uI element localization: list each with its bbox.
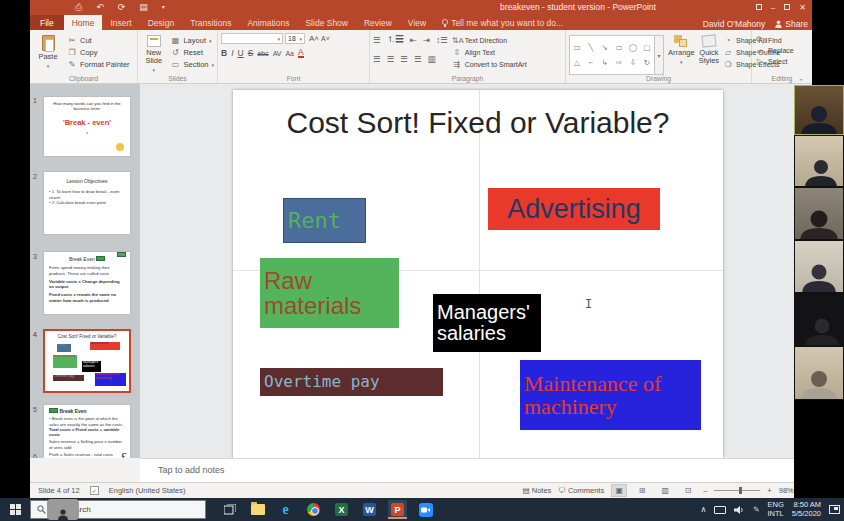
reading-view-icon[interactable]: ▥ <box>657 484 673 497</box>
shrink-font-icon[interactable]: A˅ <box>321 35 330 42</box>
taskbar-search-box[interactable]: e to search <box>30 500 206 519</box>
strikethrough-button[interactable]: S <box>248 48 254 58</box>
ribbon-display-options-icon[interactable] <box>756 3 762 12</box>
section-button[interactable]: ▭Section ▾ <box>170 60 214 69</box>
justify-icon[interactable]: ☰ <box>414 54 422 64</box>
participant-video[interactable] <box>794 135 844 187</box>
action-center-icon[interactable] <box>829 505 840 514</box>
notes-pane[interactable]: Tap to add notes <box>140 458 812 482</box>
arrange-button[interactable]: Arrange ▾ <box>668 33 695 73</box>
cost-box-rent[interactable]: Rent <box>283 198 366 243</box>
freeform-shape-icon[interactable]: ↻ <box>644 58 650 67</box>
rectangle-shape-icon[interactable]: ▭ <box>615 43 622 52</box>
cost-box-overtime-pay[interactable]: Overtime pay <box>260 368 443 396</box>
replace-button[interactable]: abReplace <box>755 47 794 54</box>
slideshow-view-icon[interactable]: ⊡ <box>680 484 696 497</box>
thumbnail-slide-5[interactable]: Break Even • Break even is the point at … <box>43 404 131 458</box>
tray-expand-icon[interactable]: ∧ <box>700 505 706 514</box>
zoom-level[interactable]: 98% <box>779 486 794 495</box>
cost-box-managers-salaries[interactable]: Managers' salaries <box>433 294 541 352</box>
columns-icon[interactable]: ▥ <box>428 54 436 64</box>
zoom-slider-thumb[interactable] <box>739 487 742 494</box>
spellcheck-icon[interactable]: ✓ <box>90 486 99 495</box>
shapes-gallery-more-icon[interactable]: ▾ <box>655 35 664 75</box>
right-arrow-shape-icon[interactable]: ⇨ <box>616 58 622 67</box>
rounded-rect-shape-icon[interactable]: ▢ <box>643 43 650 52</box>
undo-icon[interactable]: ↶ <box>96 0 104 15</box>
file-explorer-button[interactable] <box>248 500 267 519</box>
layout-button[interactable]: ▦Layout ▾ <box>170 36 214 45</box>
slide-sorter-view-icon[interactable]: ⊞ <box>634 484 650 497</box>
ink-workspace-icon[interactable]: ✎ <box>753 505 759 514</box>
normal-view-icon[interactable]: ▣ <box>611 484 627 497</box>
slide-thumbnail-panel[interactable]: 1 How many words can you find in the bus… <box>30 84 140 458</box>
participant-video-active-speaker[interactable] <box>794 85 844 135</box>
participant-video[interactable] <box>794 293 844 346</box>
zoom-in-icon[interactable]: + <box>767 486 771 495</box>
cut-button[interactable]: ✂Cut <box>67 36 130 45</box>
speaker-icon[interactable] <box>734 505 745 515</box>
comments-toggle-button[interactable]: 🗩 Comments <box>558 486 604 495</box>
underline-button[interactable]: U <box>238 48 244 58</box>
tab-home[interactable]: Home <box>64 15 103 30</box>
tab-file[interactable]: File <box>30 15 64 30</box>
excel-button[interactable]: X <box>332 500 351 519</box>
tab-animations[interactable]: Animations <box>239 15 297 30</box>
close-button[interactable]: ✕ <box>799 3 806 12</box>
line-spacing-icon[interactable]: ↕☰ <box>436 35 448 45</box>
font-size-combo[interactable]: 18▾ <box>285 33 305 44</box>
thumbnail-slide-3[interactable]: Break Even Firms spend money making thei… <box>43 251 131 315</box>
bullets-icon[interactable]: ☰ <box>373 35 381 45</box>
tab-review[interactable]: Review <box>356 15 400 30</box>
start-button[interactable] <box>0 498 30 521</box>
thumbnail-slide-1[interactable]: How many words can you find in the busin… <box>43 96 131 157</box>
shapes-gallery[interactable]: ▭ ╲ ↘ ▭ ◯ ▢ △ ⌐ ↳ ⇨ ⇩ ↻ <box>569 35 655 75</box>
reset-button[interactable]: ↺Reset <box>170 48 214 57</box>
word-button[interactable]: W <box>360 500 379 519</box>
share-button[interactable]: Share <box>775 19 808 29</box>
italic-button[interactable]: I <box>231 48 233 58</box>
convert-smartart-button[interactable]: ⇶Convert to SmartArt <box>452 60 527 69</box>
start-slideshow-icon[interactable]: ▤ <box>139 0 148 15</box>
elbow-arrow-shape-icon[interactable]: ↳ <box>602 58 608 67</box>
align-left-icon[interactable]: ☰ <box>373 54 381 64</box>
subscript-button[interactable]: abc <box>257 50 268 57</box>
align-text-button[interactable]: ⇳Align Text <box>452 48 527 57</box>
change-case-button[interactable]: Aa <box>285 50 294 57</box>
participant-video[interactable] <box>794 240 844 293</box>
paste-button[interactable]: Paste ▾ <box>33 33 63 73</box>
bold-button[interactable]: B <box>221 48 227 58</box>
text-direction-button[interactable]: ⇅AText Direction <box>452 36 527 45</box>
cost-box-advertising[interactable]: Advertising <box>488 188 660 230</box>
align-center-icon[interactable]: ☰ <box>387 54 395 64</box>
copy-button[interactable]: ❐Copy <box>67 48 130 57</box>
font-name-combo[interactable]: ▾ <box>221 33 283 44</box>
qat-dropdown-icon[interactable]: ▾ <box>162 0 165 15</box>
zoom-app-button[interactable] <box>416 500 435 519</box>
clock[interactable]: 8:50 AM5/5/2020 <box>792 501 821 518</box>
zoom-slider[interactable] <box>714 490 760 491</box>
task-view-button[interactable] <box>220 500 239 519</box>
grow-font-icon[interactable]: A˄ <box>309 34 319 43</box>
tell-me-box[interactable]: Tell me what you want to do... <box>434 18 571 30</box>
arrow-shape-icon[interactable]: ↘ <box>602 43 608 52</box>
numbering-icon[interactable]: ⒈☰ <box>387 34 404 46</box>
new-slide-button[interactable]: New Slide ▾ <box>141 33 166 73</box>
elbow-shape-icon[interactable]: ⌐ <box>589 58 593 67</box>
language-tray-indicator[interactable]: ENGINTL <box>768 501 784 518</box>
align-right-icon[interactable]: ☰ <box>400 54 408 64</box>
quick-styles-button[interactable]: Quick Styles <box>699 33 719 73</box>
slide-canvas[interactable]: Cost Sort! Fixed or Variable? Rent Adver… <box>233 90 723 458</box>
participant-video[interactable] <box>794 346 844 400</box>
select-button[interactable]: ▷Select <box>755 57 794 66</box>
zoom-out-icon[interactable]: – <box>703 486 707 495</box>
save-icon[interactable]: ⎙ <box>75 0 82 15</box>
cost-box-maintenance-machinery[interactable]: Maintenance of machinery <box>520 360 701 430</box>
thumbnail-slide-2[interactable]: Lesson Objectives • 1. To learn how to d… <box>43 171 131 235</box>
decrease-indent-icon[interactable]: ⇤ <box>410 35 417 45</box>
down-arrow-shape-icon[interactable]: ⇩ <box>630 58 636 67</box>
triangle-shape-icon[interactable]: △ <box>574 58 580 67</box>
participant-video[interactable] <box>794 187 844 240</box>
font-color-button[interactable]: A <box>298 49 304 58</box>
minimize-button[interactable]: – <box>771 3 775 12</box>
